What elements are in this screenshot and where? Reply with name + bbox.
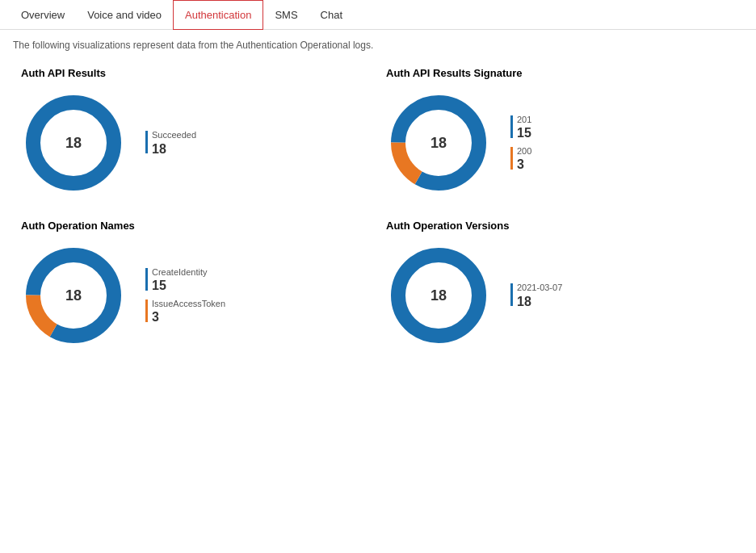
auth-op-names-legend: CreateIdentity 15 IssueAccessToken 3 [145, 266, 225, 325]
main-content: The following visualizations represent d… [0, 30, 756, 358]
legend-text-200: 200 3 [517, 145, 531, 172]
legend-label-succeeded: Succeeded [152, 129, 196, 140]
legend-text-issue-token: IssueAccessToken 3 [152, 298, 225, 325]
auth-api-results-center: 18 [65, 135, 82, 152]
legend-text-201: 201 15 [517, 114, 531, 140]
auth-api-results-legend: Succeeded 18 [145, 129, 196, 156]
auth-api-results-content: 18 Succeeded 18 [21, 90, 370, 195]
legend-item-201: 201 15 [510, 114, 531, 140]
nav-tabs: Overview Voice and video Authentication … [0, 0, 756, 30]
auth-api-results-section: Auth API Results 18 Succeeded 18 [13, 67, 378, 195]
legend-item-200: 200 3 [510, 145, 531, 172]
legend-text-version: 2021-03-07 18 [517, 282, 562, 308]
legend-bar-create-identity [145, 268, 148, 291]
auth-op-names-center: 18 [65, 287, 82, 304]
page-subtitle: The following visualizations represent d… [13, 40, 743, 51]
auth-op-versions-title: Auth Operation Versions [386, 220, 735, 232]
legend-value-version: 18 [517, 294, 562, 309]
tab-chat[interactable]: Chat [309, 0, 354, 30]
legend-value-issue-token: 3 [152, 309, 225, 325]
tab-overview[interactable]: Overview [10, 0, 76, 30]
legend-text-succeeded: Succeeded 18 [152, 129, 196, 156]
auth-api-results-sig-content: 18 201 15 200 3 [386, 90, 735, 195]
auth-api-results-sig-legend: 201 15 200 3 [510, 114, 531, 173]
legend-bar-succeeded [145, 131, 148, 153]
legend-text-create-identity: CreateIdentity 15 [152, 266, 207, 293]
auth-api-results-sig-center: 18 [430, 135, 447, 152]
tab-voice-video[interactable]: Voice and video [76, 0, 173, 30]
auth-api-results-sig-title: Auth API Results Signature [386, 67, 735, 79]
auth-api-results-sig-donut: 18 [386, 90, 491, 195]
legend-item-create-identity: CreateIdentity 15 [145, 266, 225, 293]
charts-grid: Auth API Results 18 Succeeded 18 [13, 67, 743, 348]
legend-label-version: 2021-03-07 [517, 282, 562, 293]
legend-value-201: 15 [517, 125, 531, 140]
legend-label-201: 201 [517, 114, 531, 125]
tab-sms[interactable]: SMS [263, 0, 309, 30]
auth-api-results-donut: 18 [21, 90, 126, 195]
legend-bar-200 [510, 147, 513, 170]
auth-api-results-title: Auth API Results [21, 67, 370, 79]
legend-label-200: 200 [517, 145, 531, 157]
auth-api-results-sig-section: Auth API Results Signature 18 [378, 67, 743, 195]
auth-op-names-title: Auth Operation Names [21, 220, 370, 232]
auth-op-versions-legend: 2021-03-07 18 [510, 282, 562, 308]
auth-op-names-section: Auth Operation Names 18 CreateIdentity [13, 220, 378, 348]
auth-op-versions-section: Auth Operation Versions 18 2021-03-07 18 [378, 220, 743, 348]
legend-value-200: 3 [517, 157, 531, 172]
auth-op-versions-center: 18 [430, 287, 447, 304]
auth-op-versions-content: 18 2021-03-07 18 [386, 243, 735, 348]
legend-label-create-identity: CreateIdentity [152, 266, 207, 278]
legend-item-issue-token: IssueAccessToken 3 [145, 298, 225, 325]
tab-authentication[interactable]: Authentication [173, 0, 263, 30]
legend-bar-issue-token [145, 300, 148, 322]
auth-op-versions-donut: 18 [386, 243, 491, 348]
legend-label-issue-token: IssueAccessToken [152, 298, 225, 309]
legend-value-create-identity: 15 [152, 278, 207, 293]
legend-item-version: 2021-03-07 18 [510, 282, 562, 308]
legend-bar-version [510, 283, 513, 306]
legend-bar-201 [510, 115, 513, 138]
auth-op-names-donut: 18 [21, 243, 126, 348]
legend-item-succeeded: Succeeded 18 [145, 129, 196, 156]
auth-op-names-content: 18 CreateIdentity 15 IssueAccessToken [21, 243, 370, 348]
legend-value-succeeded: 18 [152, 141, 196, 157]
